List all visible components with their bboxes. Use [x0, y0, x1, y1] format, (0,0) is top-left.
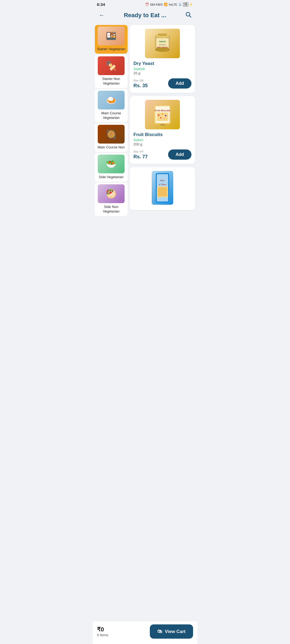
- svg-text:& Time: & Time: [159, 183, 166, 186]
- svg-text:Saatvik: Saatvik: [159, 41, 166, 42]
- product-card-nice-time: Nice & Time: [130, 167, 195, 210]
- product-brand-dry-yeast: Saatvik: [133, 67, 145, 71]
- product-weight-fruit-biscuits: 200 g: [133, 142, 142, 146]
- product-price-row-dry-yeast: Rs. 35 Rs. 35 Add: [133, 78, 191, 89]
- charging-icon: ⚡: [189, 3, 193, 6]
- svg-point-18: [160, 117, 162, 119]
- price-original-dry-yeast: Rs. 35: [133, 79, 148, 83]
- header: ← Ready to Eat ...: [93, 8, 197, 24]
- svg-rect-26: [158, 187, 167, 196]
- product-name-dry-yeast: Dry Yeast: [133, 61, 154, 66]
- price-block-dry-yeast: Rs. 35 Rs. 35: [133, 79, 148, 89]
- sidebar-img-side-veg: 🥗: [98, 155, 125, 173]
- svg-point-17: [165, 115, 166, 116]
- status-time: 6:34: [97, 2, 105, 7]
- sidebar-label-main-course-veg: Main Course Vegetarian: [96, 111, 126, 120]
- sidebar-img-side-non-veg: 🥙: [98, 184, 125, 203]
- category-sidebar: 🍱 Starter Vegetarian 🍢 Starter Non Veget…: [93, 24, 128, 217]
- svg-point-16: [162, 114, 163, 115]
- status-bar: 6:34 ⏰ 584 KB/S 📶 VoLTE 📡 32 ⚡: [93, 0, 197, 8]
- back-button[interactable]: ←: [97, 10, 107, 20]
- product-list: Saatvik INSTANT DRY YEAST Dry Yeast Saat…: [128, 24, 197, 217]
- signal-icon: 📡: [178, 3, 182, 6]
- svg-point-19: [164, 118, 165, 119]
- sidebar-label-starter-veg: Starter Vegetarian: [97, 47, 125, 52]
- main-content: 🍱 Starter Vegetarian 🍢 Starter Non Veget…: [93, 24, 197, 244]
- product-name-fruit-biscuits: Fruit Biscuits: [133, 132, 163, 137]
- sidebar-item-starter-non-veg[interactable]: 🍢 Starter Non Vegetarian: [95, 55, 128, 88]
- sidebar-item-main-course-veg[interactable]: 🍛 Main Course Vegetarian: [95, 89, 128, 122]
- svg-rect-10: [158, 34, 167, 36]
- svg-line-1: [190, 16, 191, 17]
- wifi-icon: 📶: [164, 3, 168, 6]
- price-original-fruit-biscuits: Rs. 77: [133, 150, 148, 154]
- sidebar-label-starter-non-veg: Starter Non Vegetarian: [96, 77, 126, 86]
- svg-text:200g: 200g: [160, 124, 165, 126]
- sidebar-label-main-course-non: Main Course Non: [97, 145, 125, 150]
- sidebar-item-main-course-non[interactable]: 🥘 Main Course Non: [95, 123, 128, 152]
- sidebar-label-side-veg: Side Vegetarian: [99, 175, 124, 180]
- svg-rect-5: [156, 38, 169, 47]
- search-button[interactable]: [183, 10, 193, 20]
- svg-text:INSTANT: INSTANT: [159, 44, 166, 46]
- volte-icon: VoLTE: [169, 3, 177, 6]
- sidebar-item-side-non-veg[interactable]: 🥙 Side Non Vegetarian: [95, 183, 128, 216]
- sidebar-img-starter-non-veg: 🍢: [98, 56, 125, 75]
- sidebar-img-starter-veg: 🍱: [98, 27, 125, 45]
- sidebar-item-side-veg[interactable]: 🥗 Side Vegetarian: [95, 153, 128, 182]
- svg-text:Fruit Biscuits: Fruit Biscuits: [155, 109, 170, 112]
- product-price-row-fruit-biscuits: Rs. 77 Rs. 77 Add: [133, 149, 191, 160]
- sidebar-label-side-non-veg: Side Non Vegetarian: [96, 205, 126, 214]
- svg-text:Nice: Nice: [160, 179, 165, 182]
- add-button-fruit-biscuits[interactable]: Add: [168, 149, 191, 160]
- svg-point-15: [158, 114, 160, 116]
- product-card-fruit-biscuits: Fruit Biscuits 200g Fruit Biscuits Salon…: [130, 96, 195, 164]
- price-current-fruit-biscuits: Rs. 77: [133, 154, 148, 160]
- svg-text:DRY YEAST: DRY YEAST: [157, 46, 168, 48]
- product-image-dry-yeast: Saatvik INSTANT DRY YEAST: [145, 29, 180, 58]
- product-brand-fruit-biscuits: Saloni: [133, 138, 143, 142]
- page-title: Ready to Eat ...: [107, 12, 183, 19]
- sidebar-img-main-course-veg: 🍛: [98, 91, 125, 109]
- battery-level: 32: [183, 2, 188, 6]
- product-image-fruit-biscuits: Fruit Biscuits 200g: [145, 100, 180, 129]
- back-arrow-icon: ←: [99, 12, 105, 19]
- price-current-dry-yeast: Rs. 35: [133, 83, 148, 89]
- sidebar-item-starter-veg[interactable]: 🍱 Starter Vegetarian: [95, 25, 128, 54]
- sidebar-img-main-course-non: 🥘: [98, 125, 125, 144]
- add-button-dry-yeast[interactable]: Add: [168, 78, 191, 89]
- alarm-icon: ⏰: [145, 3, 149, 6]
- status-icons: ⏰ 584 KB/S 📶 VoLTE 📡 32 ⚡: [145, 2, 193, 6]
- price-block-fruit-biscuits: Rs. 77 Rs. 77: [133, 150, 148, 160]
- product-weight-dry-yeast: 25 g: [133, 71, 140, 75]
- search-icon: [185, 11, 191, 19]
- speed-label: 584 KB/S: [150, 3, 162, 6]
- product-card-dry-yeast: Saatvik INSTANT DRY YEAST Dry Yeast Saat…: [130, 25, 195, 93]
- product-image-nice-time: Nice & Time: [152, 171, 173, 205]
